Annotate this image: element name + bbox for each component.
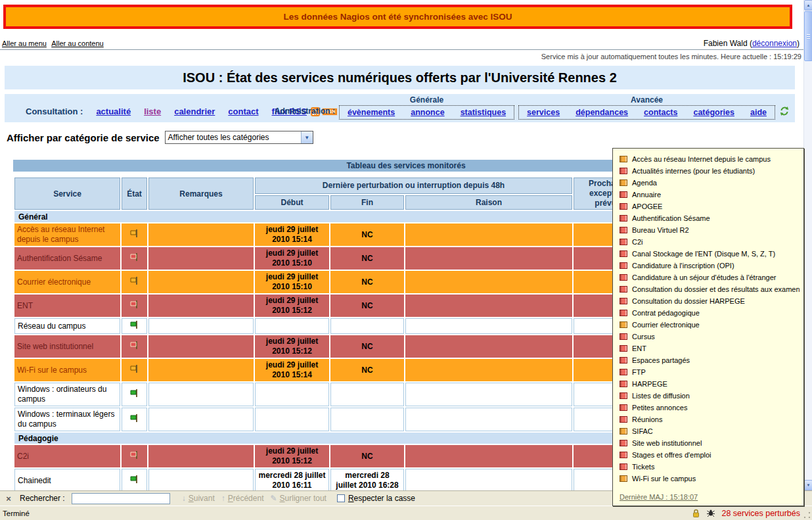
tooltip-service-label: Courrier électronique — [632, 321, 700, 329]
service-status-icon — [620, 463, 627, 470]
tooltip-service-label: APOGEE — [632, 202, 662, 210]
consultation-link[interactable]: calendrier — [174, 106, 215, 116]
resize-grip[interactable] — [803, 511, 811, 519]
perturbed-services-count[interactable]: 28 services perturbés — [721, 509, 800, 518]
admin-link[interactable]: annonce — [411, 108, 444, 117]
category-select-value: Afficher toutes les catégories — [168, 133, 269, 142]
service-status-icon — [620, 440, 627, 446]
service-raison — [405, 271, 572, 293]
tooltip-service-item: Consultation du dossier et des résultats… — [620, 283, 800, 295]
service-name: Authentification Sésame — [14, 247, 120, 270]
status-flag-icon — [130, 252, 139, 262]
user-box: Fabien Wald (déconnexion) — [704, 39, 800, 48]
admin-link[interactable]: aide — [750, 108, 767, 117]
tooltip-service-label: Annuaire — [632, 191, 661, 199]
vertical-scrollbar[interactable]: ▲ ▼ — [803, 0, 812, 490]
service-status-icon — [620, 227, 627, 233]
highlighter-icon: ✎ — [270, 494, 277, 503]
services-tooltip-list: Accès au réseau Internet depuis le campu… — [620, 153, 800, 485]
tooltip-service-item: Actualités internes (pour les étudiants) — [620, 165, 800, 177]
find-prev-button[interactable]: ↑ Précédent — [221, 494, 264, 503]
admin-group-avancee: Avancée servicesdépendancescontactscatég… — [518, 95, 775, 120]
find-next-button[interactable]: ↓ Suivant — [182, 494, 215, 503]
status-done: Terminé — [3, 509, 692, 517]
scroll-down-button[interactable]: ▼ — [804, 480, 812, 490]
logout-link[interactable]: déconnexion — [752, 39, 797, 48]
service-status-icon — [620, 168, 627, 174]
service-fin — [330, 318, 404, 334]
skip-to-menu-link[interactable]: Aller au menu — [2, 39, 47, 47]
status-flag-icon — [130, 364, 139, 373]
tooltip-service-item: Cursus — [620, 331, 800, 343]
service-remarks — [148, 224, 254, 246]
tooltip-service-label: Wi-Fi sur le campus — [632, 475, 696, 483]
scrollbar-thumb[interactable] — [804, 11, 812, 61]
admin-link[interactable]: services — [527, 108, 560, 117]
tooltip-service-label: Canal Stockage de l'ENT (Disque M, S, Z,… — [632, 250, 775, 258]
consultation-link[interactable]: liste — [144, 106, 161, 116]
category-select[interactable]: Afficher toutes les catégories ▼ — [165, 131, 313, 144]
status-flag-icon — [130, 276, 139, 285]
status-flag-icon — [130, 320, 139, 329]
service-remarks — [148, 335, 254, 358]
skip-to-content-link[interactable]: Aller au contenu — [51, 39, 104, 47]
tooltip-service-item: SIFAC — [620, 425, 800, 437]
service-debut — [255, 318, 329, 334]
consultation-link[interactable]: actualité — [96, 106, 131, 116]
service-status-icon — [620, 250, 627, 257]
service-name: C2i — [14, 445, 120, 467]
service-name: Windows : terminaux légers du campus — [14, 408, 120, 431]
service-debut: jeudi 29 juillet 2010 15:12 — [255, 335, 329, 358]
consultation-label: Consultation : — [26, 106, 83, 116]
admin-link[interactable]: évènements — [348, 108, 395, 117]
col-header-debut: Début — [255, 195, 329, 210]
find-input[interactable] — [72, 493, 170, 504]
service-debut — [255, 383, 329, 406]
tooltip-service-item: Site web institutionnel — [620, 437, 800, 449]
service-debut: jeudi 29 juillet 2010 15:12 — [255, 445, 329, 467]
admin-link[interactable]: contacts — [644, 108, 677, 117]
service-state-cell — [122, 318, 147, 334]
service-status-icon — [620, 333, 627, 340]
tooltip-service-item: Agenda — [620, 177, 800, 189]
service-status-icon — [620, 428, 627, 435]
chevron-down-icon[interactable]: ▼ — [301, 131, 313, 143]
tooltip-service-label: Stages et offres d'emploi — [632, 451, 711, 459]
sync-banner-text: Les données Nagios ont été synchronisées… — [283, 12, 512, 22]
service-status-icon — [620, 274, 627, 281]
match-case-option[interactable]: Respecter la casse — [337, 494, 415, 503]
arrow-up-icon: ↑ — [221, 494, 225, 503]
service-raison — [405, 408, 572, 431]
service-remarks — [148, 295, 254, 317]
tooltip-service-label: Actualités internes (pour les étudiants) — [632, 167, 755, 175]
admin-link[interactable]: statistiques — [461, 108, 506, 117]
consultation-link[interactable]: contact — [228, 106, 258, 116]
admin-group-generale-links: évènementsannoncestatistiques — [339, 105, 514, 120]
close-icon[interactable]: × — [4, 494, 13, 504]
match-case-checkbox[interactable] — [337, 494, 345, 502]
tooltip-service-label: Consultation du dossier et des résultats… — [632, 285, 800, 293]
service-fin: NC — [330, 445, 404, 467]
admin-link[interactable]: dépendances — [575, 108, 628, 117]
scroll-up-button[interactable]: ▲ — [804, 0, 812, 11]
service-remarks — [148, 408, 254, 431]
tooltip-service-item: Candidature à l'inscription (OPI) — [620, 260, 800, 272]
service-status-icon — [620, 310, 627, 316]
col-header-fin: Fin — [330, 195, 404, 210]
highlight-all-button[interactable]: ✎ Surligner tout — [270, 494, 326, 503]
bug-icon[interactable] — [706, 509, 715, 517]
tooltip-service-item: Annuaire — [620, 189, 800, 201]
refresh-icon[interactable] — [779, 106, 790, 116]
tooltip-service-item: Petites annonces — [620, 402, 800, 414]
status-flag-icon — [130, 414, 139, 423]
header-strip: Aller au menu Aller au contenu Fabien Wa… — [0, 37, 803, 50]
tooltip-service-item: APOGEE — [620, 201, 800, 212]
status-bar: Terminé 28 services perturbés — [0, 506, 812, 520]
service-name: Courrier électronique — [14, 271, 120, 293]
match-case-label: Respecter la casse — [348, 494, 415, 503]
service-raison — [405, 469, 572, 490]
service-fin — [330, 383, 404, 406]
lock-icon[interactable] — [692, 509, 700, 518]
service-fin: mercredi 28 juillet 2010 16:28 — [330, 469, 404, 490]
admin-link[interactable]: catégories — [693, 108, 734, 117]
